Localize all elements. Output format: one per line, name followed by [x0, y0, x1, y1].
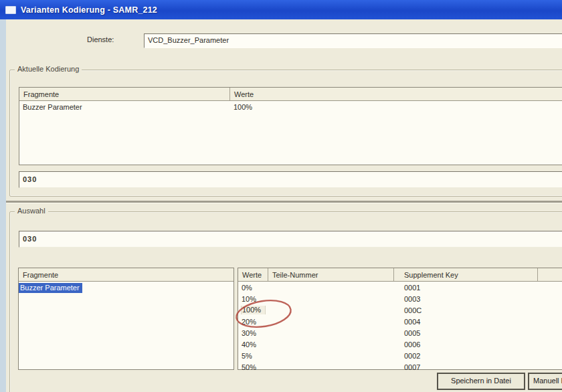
- aktuelle-table-header: Fragmente Werte: [19, 88, 562, 101]
- cell-wert[interactable]: 20%: [238, 318, 268, 326]
- fragmente-list[interactable]: Fragmente Buzzer Parameter: [18, 268, 234, 370]
- cell-fragment[interactable]: Buzzer Parameter: [19, 103, 230, 111]
- header-werte[interactable]: Werte: [238, 268, 268, 281]
- table-row[interactable]: 50% 0007: [238, 361, 562, 373]
- cell-supplement-key[interactable]: 0006: [394, 340, 538, 349]
- cell-wert[interactable]: 100%: [230, 103, 562, 111]
- auswahl-code-field[interactable]: 030: [19, 231, 562, 248]
- cell-wert[interactable]: 40%: [238, 340, 268, 349]
- group-auswahl-label: Auswahl: [15, 207, 48, 215]
- header-fragmente[interactable]: Fragmente: [19, 88, 230, 100]
- werte-table-header: Werte Teile-Nummer Supplement Key: [238, 268, 562, 282]
- table-row[interactable]: Buzzer Parameter 100%: [19, 101, 562, 113]
- variant-coding-dialog: Varianten Kodierung - SAMR_212 Dienste: …: [0, 0, 562, 392]
- cell-supplement-key[interactable]: 000C: [394, 306, 538, 314]
- dienste-input[interactable]: VCD_Buzzer_Parameter: [144, 33, 562, 48]
- table-row[interactable]: 20% 0004: [238, 316, 562, 327]
- cell-wert[interactable]: 30%: [238, 329, 268, 337]
- table-row[interactable]: 5% 0002: [238, 350, 562, 361]
- window-icon: [5, 6, 16, 14]
- window-left-edge: [0, 19, 6, 392]
- aktuelle-kodierung-table[interactable]: Fragmente Werte Buzzer Parameter 100%: [19, 87, 562, 165]
- header-empty[interactable]: [538, 268, 562, 281]
- cell-wert[interactable]: 5%: [238, 352, 268, 360]
- header-fragmente[interactable]: Fragmente: [19, 268, 233, 281]
- manual-coding-button[interactable]: Manuell K: [528, 373, 562, 390]
- cell-supplement-key[interactable]: 0003: [394, 295, 538, 303]
- window-title: Varianten Kodierung - SAMR_212: [21, 5, 157, 15]
- cell-wert[interactable]: 10%: [238, 295, 268, 303]
- cell-supplement-key[interactable]: 0001: [394, 284, 538, 292]
- cell-supplement-key[interactable]: 0005: [394, 329, 538, 337]
- selected-fragment[interactable]: Buzzer Parameter: [19, 283, 82, 293]
- aktuelle-code-field[interactable]: 030: [19, 171, 562, 188]
- table-row[interactable]: 30% 0005: [238, 327, 562, 338]
- table-row[interactable]: 0% 0001: [238, 282, 562, 293]
- cell-supplement-key[interactable]: 0004: [394, 318, 538, 326]
- dienste-label: Dienste:: [87, 35, 114, 43]
- title-bar[interactable]: Varianten Kodierung - SAMR_212: [0, 0, 562, 19]
- cell-wert[interactable]: 50%: [238, 363, 268, 371]
- save-to-file-button[interactable]: Speichern in Datei: [437, 373, 525, 390]
- table-row[interactable]: 10% 0003: [238, 293, 562, 304]
- table-row-highlighted[interactable]: 100% 000C: [238, 304, 562, 316]
- header-werte[interactable]: Werte: [230, 88, 562, 100]
- cell-supplement-key[interactable]: 0007: [394, 363, 538, 371]
- header-teile-nummer[interactable]: Teile-Nummer: [268, 268, 394, 281]
- group-aktuelle-kodierung-label: Aktuelle Kodierung: [15, 65, 82, 73]
- highlighted-wert-value[interactable]: 100%: [242, 306, 265, 314]
- table-row[interactable]: 40% 0006: [238, 338, 562, 350]
- list-item-selected[interactable]: Buzzer Parameter: [19, 282, 233, 293]
- cell-supplement-key[interactable]: 0002: [394, 352, 538, 360]
- group-divider: [6, 201, 562, 203]
- cell-wert[interactable]: 0%: [238, 284, 268, 292]
- header-supplement-key[interactable]: Supplement Key: [394, 268, 538, 281]
- werte-table[interactable]: Werte Teile-Nummer Supplement Key 0% 000…: [238, 268, 562, 370]
- cell-wert-highlighted[interactable]: 100%: [238, 306, 268, 314]
- fragmente-list-header: Fragmente: [19, 268, 233, 282]
